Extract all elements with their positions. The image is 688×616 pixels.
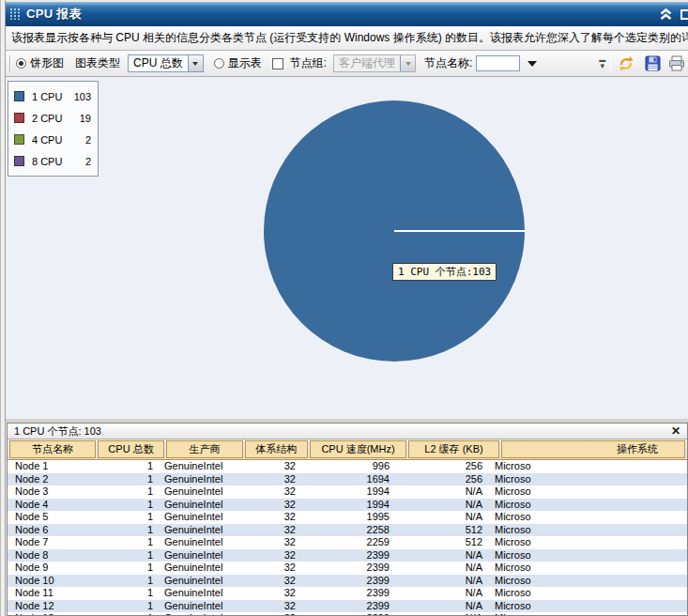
cell-cpu-speed: 2399: [300, 612, 397, 615]
node-group-checkbox[interactable]: [272, 58, 283, 69]
toolbar-overflow-button[interactable]: ▬▾: [599, 57, 605, 70]
cell-node-name: Node 3: [8, 485, 94, 499]
cell-architecture: 32: [237, 587, 300, 600]
table-row[interactable]: Node 2 1 GenuineIntel 32 1694 256 Micros…: [8, 473, 687, 486]
cell-l2-cache: 512: [397, 524, 488, 537]
show-table-radio[interactable]: [214, 58, 224, 69]
legend-item[interactable]: 1 CPU 103: [14, 85, 91, 107]
cell-os: Microso: [488, 460, 687, 473]
close-icon[interactable]: ✕: [671, 425, 680, 437]
cell-manufacturer: GenuineIntel: [161, 600, 237, 613]
node-group-dropdown-button[interactable]: [400, 55, 415, 71]
cell-manufacturer: GenuineIntel: [161, 587, 237, 600]
cell-os: Microso: [488, 575, 687, 588]
table-row[interactable]: Node 10 1 GenuineIntel 32 2399 N/A Micro…: [8, 575, 687, 588]
cell-cpu-count: 1: [94, 511, 161, 524]
cell-os: Microso: [488, 587, 687, 600]
table-row[interactable]: Node 8 1 GenuineIntel 32 2399 N/A Micros…: [8, 549, 687, 562]
chart-type-select[interactable]: CPU 总数: [128, 54, 204, 72]
refresh-button[interactable]: [616, 54, 636, 73]
cell-node-name: Node 11: [8, 587, 94, 600]
cell-architecture: 32: [237, 549, 300, 562]
cell-node-name: Node 5: [8, 511, 94, 524]
cell-cpu-count: 1: [94, 600, 161, 613]
chart-type-selected-value: CPU 总数: [129, 55, 188, 71]
cell-manufacturer: GenuineIntel: [161, 549, 237, 562]
cell-os: Microso: [488, 473, 687, 486]
printer-icon: [668, 55, 685, 71]
column-header-node-name[interactable]: 节点名称: [9, 440, 96, 458]
detail-panel: 1 CPU 个节点: 103 ✕ 节点名称 CPU 总数 生产商 体系结构 CP…: [7, 423, 688, 616]
table-row[interactable]: Node 3 1 GenuineIntel 32 1994 N/A Micros…: [8, 485, 687, 499]
table-row[interactable]: Node 9 1 GenuineIntel 32 2399 N/A Micros…: [8, 562, 687, 575]
cell-manufacturer: GenuineIntel: [161, 536, 237, 549]
cell-manufacturer: GenuineIntel: [161, 485, 237, 499]
left-resize-gutter[interactable]: [0, 0, 6, 616]
chart-area: 1 CPU 103 2 CPU 19 4 CPU 2: [6, 77, 688, 419]
cell-cpu-count: 1: [94, 473, 161, 486]
legend-value: 2: [85, 156, 91, 167]
print-button[interactable]: [666, 54, 687, 73]
legend-value: 19: [80, 113, 91, 124]
table-row[interactable]: Node 5 1 GenuineIntel 32 1995 N/A Micros…: [8, 511, 687, 524]
column-header-os[interactable]: 操作系统: [501, 440, 685, 458]
cell-architecture: 32: [237, 473, 300, 486]
column-header-architecture[interactable]: 体系结构: [245, 440, 308, 458]
node-name-dropdown-icon[interactable]: [527, 61, 537, 67]
cell-cpu-count: 1: [94, 460, 161, 473]
column-header-cpu-speed[interactable]: CPU 速度(MHz): [310, 440, 406, 458]
pie-tooltip: 1 CPU 个节点:103: [392, 263, 497, 281]
legend-item[interactable]: 2 CPU 19: [14, 107, 91, 129]
cell-cpu-count: 1: [94, 575, 161, 588]
chart-type-dropdown-button[interactable]: [188, 55, 203, 71]
save-button[interactable]: [642, 54, 663, 73]
legend-label: 1 CPU: [32, 91, 62, 102]
cell-cpu-count: 1: [94, 587, 161, 600]
table-body: Node 1 1 GenuineIntel 32 996 256 Microso…: [8, 460, 687, 615]
pie-chart-radio[interactable]: [16, 58, 26, 69]
window-restore-icon[interactable]: [680, 9, 688, 20]
column-header-l2-cache[interactable]: L2 缓存 (KB): [408, 440, 499, 458]
column-header-manufacturer[interactable]: 生产商: [166, 440, 243, 458]
cell-cpu-speed: 1995: [300, 511, 397, 524]
cell-architecture: 32: [237, 536, 300, 549]
cell-cpu-count: 1: [94, 485, 161, 499]
table-row[interactable]: Node 6 1 GenuineIntel 32 2258 512 Micros…: [8, 524, 687, 537]
cell-os: Microso: [488, 549, 687, 562]
page-title: CPU 报表: [26, 6, 82, 23]
table-row[interactable]: Node 4 1 GenuineIntel 32 1994 N/A Micros…: [8, 499, 687, 512]
legend-swatch-icon: [14, 134, 24, 145]
cell-node-name: Node 13: [8, 612, 94, 615]
node-group-label: 节点组:: [290, 55, 327, 71]
cell-l2-cache: N/A: [397, 600, 488, 613]
cell-cpu-speed: 2258: [300, 524, 397, 537]
cell-cpu-count: 1: [94, 549, 161, 562]
cell-node-name: Node 8: [8, 549, 94, 562]
column-header-cpu-count[interactable]: CPU 总数: [98, 440, 164, 458]
chart-legend: 1 CPU 103 2 CPU 19 4 CPU 2: [8, 81, 99, 177]
toolbar-grip[interactable]: [9, 55, 11, 72]
cell-cpu-speed: 2259: [300, 536, 397, 549]
table-row[interactable]: Node 13 1 GenuineIntel 32 2399 N/A Micro…: [8, 612, 687, 615]
legend-item[interactable]: 8 CPU 2: [14, 150, 91, 172]
table-row[interactable]: Node 11 1 GenuineIntel 32 2399 N/A Micro…: [8, 587, 687, 600]
node-name-input[interactable]: [476, 55, 520, 71]
cell-node-name: Node 10: [8, 575, 94, 588]
cell-node-name: Node 7: [8, 536, 94, 549]
legend-item[interactable]: 4 CPU 2: [14, 129, 91, 150]
collapse-icon[interactable]: [659, 8, 673, 21]
cell-architecture: 32: [237, 511, 300, 524]
title-bar[interactable]: CPU 报表: [6, 2, 688, 26]
cell-architecture: 32: [237, 460, 300, 473]
cell-cpu-speed: 1994: [300, 499, 397, 512]
cell-manufacturer: GenuineIntel: [161, 460, 237, 473]
node-group-select[interactable]: 客户端代理: [333, 54, 416, 72]
table-row[interactable]: Node 7 1 GenuineIntel 32 2259 512 Micros…: [8, 536, 687, 549]
cell-os: Microso: [488, 524, 687, 537]
cell-manufacturer: GenuineIntel: [161, 575, 237, 588]
chevron-down-icon: [405, 62, 411, 66]
table-row[interactable]: Node 1 1 GenuineIntel 32 996 256 Microso: [8, 460, 687, 473]
cell-cpu-speed: 2399: [300, 562, 397, 575]
table-row[interactable]: Node 12 1 GenuineIntel 32 2399 N/A Micro…: [8, 600, 687, 613]
cell-architecture: 32: [237, 600, 300, 613]
